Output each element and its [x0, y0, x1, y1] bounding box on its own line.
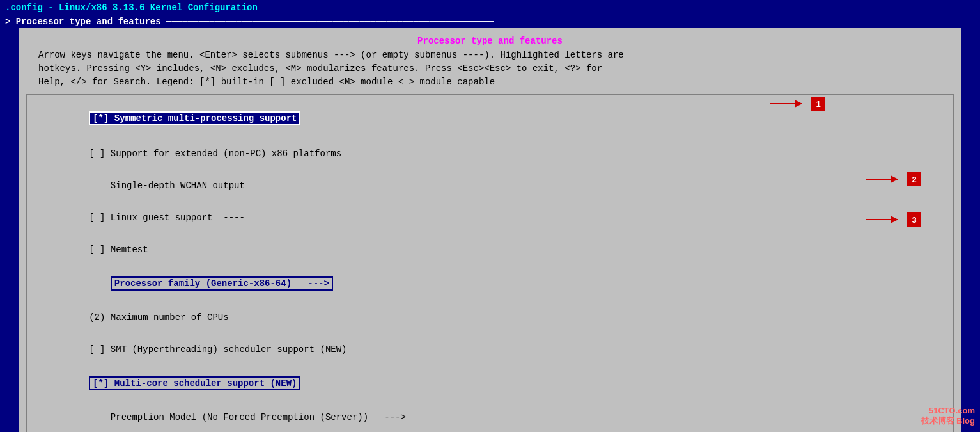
breadcrumb: > Processor type and features ──────────… — [0, 15, 980, 28]
section-title-text: Processor type and features — [417, 36, 563, 46]
wchan-label: Single-depth WCHAN output — [89, 180, 245, 191]
watermark-line1: 51CTO.com — [921, 406, 976, 415]
title-bar: .config - Linux/x86 3.13.6 Kernel Config… — [0, 0, 980, 15]
watermark-line2: 技术博客 Blog — [921, 415, 976, 427]
preemption-label: Preemption Model (No Forced Preemption (… — [89, 412, 406, 422]
breadcrumb-text: > Processor type and features ──────────… — [5, 17, 494, 27]
menu-item-multicore[interactable]: [*] Multi-core scheduler support (NEW) — [46, 365, 934, 401]
arrow-2-icon — [866, 173, 905, 186]
instruction-line3: Help, </> for Search. Legend: [*] built-… — [38, 76, 942, 89]
menu-item-memtest[interactable]: [ ] Memtest — [46, 234, 934, 266]
watermark: 51CTO.com 技术博客 Blog — [921, 406, 976, 427]
procfamily-label[interactable]: Processor family (Generic-x86-64) ---> — [111, 276, 333, 291]
smp-label[interactable]: [*] Symmetric multi-processing support — [89, 111, 300, 125]
annotation-marker-2: 2 — [907, 172, 921, 186]
annotation-2-container: 2 — [866, 172, 921, 186]
menu-item-procfamily[interactable]: Processor family (Generic-x86-64) ---> — [46, 266, 934, 301]
menu-item-smt[interactable]: [ ] SMT (Hyperthreading) scheduler suppo… — [46, 333, 934, 365]
arrow-1-icon — [770, 97, 809, 110]
menu-item-maxcpu[interactable]: (2) Maximum number of CPUs — [46, 301, 934, 333]
guest-label: [ ] Linux guest support ---- — [89, 212, 245, 223]
menu-item-guest[interactable]: [ ] Linux guest support ---- — [46, 202, 934, 234]
annotation-marker-1: 1 — [811, 97, 825, 111]
menu-item-wchan[interactable]: Single-depth WCHAN output — [46, 170, 934, 202]
arrow-3-icon — [866, 213, 905, 226]
smt-label: [ ] SMT (Hyperthreading) scheduler suppo… — [89, 344, 346, 355]
menu-item-extended[interactable]: [ ] Support for extended (non-PC) x86 pl… — [46, 138, 934, 170]
annotation-1-container: 1 — [770, 97, 825, 111]
instruction-line2: hotkeys. Pressing <Y> includes, <N> excl… — [38, 62, 942, 76]
multicore-label[interactable]: [*] Multi-core scheduler support (NEW) — [89, 376, 300, 390]
menu-item-preemption[interactable]: Preemption Model (No Forced Preemption (… — [46, 401, 934, 432]
annotation-3-container: 3 — [866, 212, 921, 227]
instructions: Arrow keys navigate the menu. <Enter> se… — [19, 46, 961, 94]
extended-label: [ ] Support for extended (non-PC) x86 pl… — [89, 148, 341, 159]
memtest-label: [ ] Memtest — [89, 244, 148, 255]
title-text: .config - Linux/x86 3.13.6 Kernel Config… — [5, 3, 258, 13]
menu-box: [*] Symmetric multi-processing support [… — [26, 94, 954, 432]
section-title: Processor type and features — [19, 33, 961, 46]
annotation-marker-3: 3 — [907, 212, 921, 227]
content-area: Processor type and features Arrow keys n… — [19, 28, 961, 432]
maxcpu-label: (2) Maximum number of CPUs — [89, 312, 228, 323]
instruction-line1: Arrow keys navigate the menu. <Enter> se… — [38, 49, 942, 62]
